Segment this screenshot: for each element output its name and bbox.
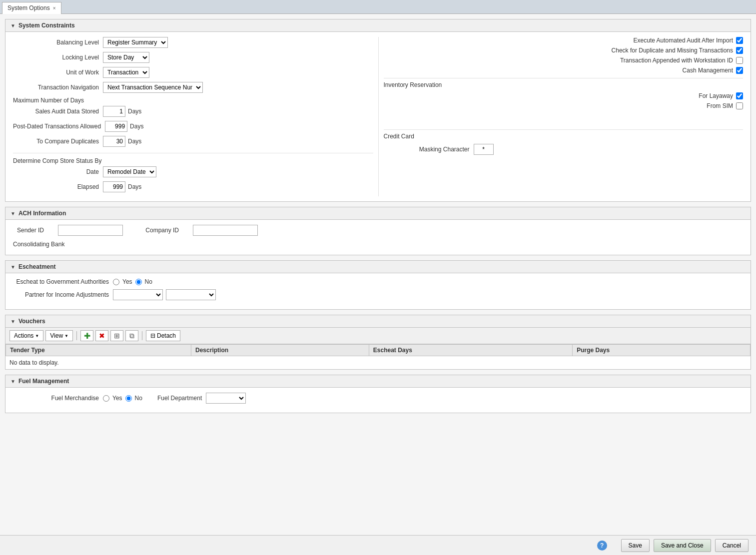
cash-management-checkbox[interactable] <box>736 67 743 74</box>
check-duplicate-label: Check for Duplicate and Missing Transact… <box>612 47 733 54</box>
escheatment-section: ▼ Escheatment Escheat to Government Auth… <box>5 260 751 310</box>
partner-income-select1[interactable] <box>113 289 163 300</box>
compare-duplicates-label: To Compare Duplicates <box>13 138 103 145</box>
fuel-merchandise-no-label: No <box>135 395 142 402</box>
actions-button[interactable]: Actions ▼ <box>9 330 43 341</box>
partner-income-select2[interactable] <box>166 289 216 300</box>
fuel-merchandise-no-radio[interactable] <box>125 395 132 402</box>
transaction-appended-checkbox[interactable] <box>736 57 743 64</box>
sender-id-input[interactable] <box>58 225 123 236</box>
tender-type-col-header: Tender Type <box>6 345 191 356</box>
toolbar-separator <box>76 331 77 340</box>
comp-store-label: Determine Comp Store Status By <box>13 157 101 164</box>
ach-toggle[interactable]: ▼ <box>10 211 15 216</box>
escheat-yes-radio[interactable] <box>113 279 119 285</box>
vouchers-toolbar: Actions ▼ View ▼ ✚ ✖ ⊞ ⧉ ⊟ Det <box>5 328 751 344</box>
compare-duplicates-unit: Days <box>128 138 141 145</box>
vouchers-table: Tender Type Description Escheat Days Pur… <box>5 344 751 356</box>
escheat-days-col-header: Escheat Days <box>369 345 572 356</box>
company-id-input[interactable] <box>193 225 258 236</box>
escheatment-title: Escheatment <box>18 263 56 270</box>
sales-audit-input[interactable] <box>103 106 125 117</box>
actions-dropdown-icon: ▼ <box>35 334 39 338</box>
fuel-merchandise-yes-label: Yes <box>112 395 122 402</box>
system-constraints-section: ▼ System Constraints Balancing Level Reg… <box>5 19 751 202</box>
locking-level-label: Locking Level <box>13 54 103 61</box>
ach-ids-row: Sender ID Company ID <box>13 225 743 236</box>
sales-audit-unit: Days <box>128 108 141 115</box>
balancing-level-label: Balancing Level <box>13 39 103 46</box>
execute-audit-label: Execute Automated Audit After Import <box>634 37 733 44</box>
fuel-merchandise-yes-radio[interactable] <box>103 395 109 402</box>
system-constraints-title: System Constraints <box>18 22 75 29</box>
execute-audit-row: Execute Automated Audit After Import <box>384 37 744 44</box>
locking-level-select[interactable]: Store Day Transaction Register <box>103 52 149 63</box>
elapsed-input[interactable] <box>103 181 125 192</box>
for-layaway-checkbox[interactable] <box>736 92 743 99</box>
unit-of-work-label: Unit of Work <box>13 69 103 76</box>
post-dated-input[interactable] <box>105 121 127 132</box>
elapsed-label: Elapsed <box>13 183 103 190</box>
escheat-no-label: No <box>145 278 152 285</box>
ach-information-header: ▼ ACH Information <box>5 207 751 220</box>
cash-management-row: Cash Management <box>384 67 744 74</box>
delete-icon: ✖ <box>99 332 105 340</box>
masking-char-row: Masking Character <box>384 144 744 155</box>
sales-audit-label: Sales Audit Data Stored <box>13 108 103 115</box>
constraints-right-col: Execute Automated Audit After Import Che… <box>378 37 744 196</box>
system-constraints-toggle[interactable]: ▼ <box>10 23 15 28</box>
compare-duplicates-input[interactable] <box>103 136 125 147</box>
tab-close-icon[interactable]: × <box>53 5 56 11</box>
fuel-management-toggle[interactable]: ▼ <box>10 379 15 384</box>
check-duplicate-checkbox[interactable] <box>736 47 743 54</box>
description-col-header: Description <box>191 345 369 356</box>
partner-income-label: Partner for Income Adjustments <box>13 291 113 298</box>
for-layaway-label: For Layaway <box>699 92 733 99</box>
system-constraints-grid: Balancing Level Register Summary Store T… <box>13 37 743 196</box>
ach-body: Sender ID Company ID Consolidating Bank <box>5 220 751 255</box>
view-dropdown-icon: ▼ <box>64 334 68 338</box>
vouchers-toggle[interactable]: ▼ <box>10 319 15 324</box>
fuel-merchandise-row: Fuel Merchandise Yes No Fuel Department <box>13 393 743 404</box>
post-dated-label: Post-Dated Transactions Allowed <box>13 123 105 130</box>
date-label: Date <box>13 168 103 175</box>
add-icon: ✚ <box>84 331 90 341</box>
post-dated-unit: Days <box>130 123 143 130</box>
view-button[interactable]: View ▼ <box>45 330 73 341</box>
sales-audit-row: Sales Audit Data Stored Days <box>13 106 373 117</box>
masking-char-input[interactable] <box>474 144 494 155</box>
unit-of-work-row: Unit of Work Transaction Store Day <box>13 67 373 78</box>
escheat-gov-row: Escheat to Government Authorities Yes No <box>13 278 743 285</box>
detach-button[interactable]: ⊟ Detach <box>146 330 180 341</box>
escheat-radio-group: Yes No <box>113 278 152 285</box>
delete-row-button[interactable]: ✖ <box>95 330 108 341</box>
balancing-level-row: Balancing Level Register Summary Store T… <box>13 37 373 48</box>
edit-row-button[interactable]: ⊞ <box>110 330 123 341</box>
add-row-button[interactable]: ✚ <box>80 330 93 341</box>
from-sim-checkbox[interactable] <box>736 102 743 109</box>
fuel-department-select[interactable] <box>206 393 246 404</box>
balancing-level-select[interactable]: Register Summary Store Terminal <box>103 37 168 48</box>
post-dated-row: Post-Dated Transactions Allowed Days <box>13 121 373 132</box>
ach-information-section: ▼ ACH Information Sender ID Company ID C… <box>5 207 751 255</box>
transaction-nav-select[interactable]: Next Transaction Sequence Number Previou… <box>103 82 203 93</box>
elapsed-unit: Days <box>128 183 141 190</box>
consolidating-bank-label: Consolidating Bank <box>13 239 743 250</box>
fuel-management-body: Fuel Merchandise Yes No Fuel Department <box>5 388 751 413</box>
toolbar-separator2 <box>142 331 142 340</box>
unit-of-work-select[interactable]: Transaction Store Day <box>103 67 149 78</box>
execute-audit-checkbox[interactable] <box>736 37 743 44</box>
escheatment-toggle[interactable]: ▼ <box>10 264 15 270</box>
escheat-no-radio[interactable] <box>135 279 142 285</box>
cash-management-label: Cash Management <box>683 67 733 74</box>
fuel-merchandise-label: Fuel Merchandise <box>13 395 103 402</box>
fuel-management-header: ▼ Fuel Management <box>5 375 751 388</box>
escheatment-body: Escheat to Government Authorities Yes No… <box>5 273 751 309</box>
escheat-yes-label: Yes <box>122 278 132 285</box>
system-options-tab[interactable]: System Options × <box>2 2 61 14</box>
inventory-reservation-title: Inventory Reservation <box>384 81 442 88</box>
copy-row-button[interactable]: ⧉ <box>125 330 138 341</box>
date-select[interactable]: Remodel Date Open Date <box>103 166 156 177</box>
transaction-nav-row: Transaction Navigation Next Transaction … <box>13 82 373 93</box>
from-sim-row: From SIM <box>384 102 744 109</box>
